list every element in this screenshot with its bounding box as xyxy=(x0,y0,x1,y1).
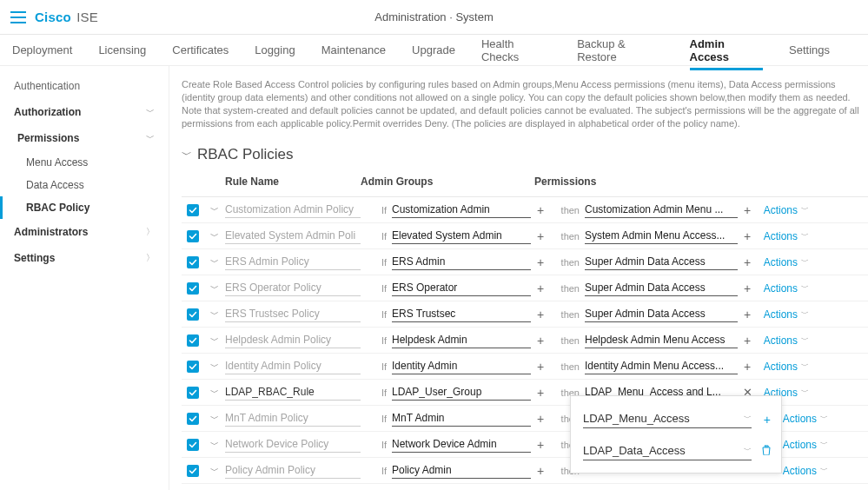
tab-certificates[interactable]: Certificates xyxy=(172,36,229,63)
admin-group-field[interactable]: Helpdesk Admin xyxy=(392,332,531,348)
permissions-field[interactable]: Identity Admin Menu Access... xyxy=(585,358,738,374)
row-checkbox[interactable] xyxy=(187,413,199,425)
expand-row-icon[interactable]: ﹀ xyxy=(204,282,225,295)
popup-select-2[interactable]: LDAP_Data_Access ﹀ xyxy=(583,442,752,460)
row-checkbox[interactable] xyxy=(187,439,199,451)
permissions-field[interactable]: Customization Admin Menu ... xyxy=(585,202,738,218)
actions-menu[interactable]: Actions﹀ xyxy=(757,256,809,268)
add-icon[interactable]: + xyxy=(531,203,550,217)
admin-group-field[interactable]: MnT Admin xyxy=(392,410,531,427)
actions-menu[interactable]: Actions﹀ xyxy=(757,361,809,373)
expand-row-icon[interactable]: ﹀ xyxy=(204,439,225,451)
row-checkbox[interactable] xyxy=(187,256,199,268)
then-label: then xyxy=(550,231,585,242)
row-checkbox[interactable] xyxy=(187,282,199,295)
permissions-field[interactable]: System Admin Menu Access... xyxy=(585,228,738,244)
add-permission-button[interactable]: + xyxy=(752,413,771,427)
expand-row-icon[interactable]: ﹀ xyxy=(204,361,225,373)
expand-row-icon[interactable]: ﹀ xyxy=(204,204,225,216)
table-row: ﹀Elevated System Admin PoliIfElevated Sy… xyxy=(182,223,868,249)
expand-row-icon[interactable]: ﹀ xyxy=(204,465,225,477)
admin-group-field[interactable]: Policy Admin xyxy=(392,462,531,479)
add-icon[interactable]: + xyxy=(531,438,550,452)
row-checkbox[interactable] xyxy=(187,230,199,242)
if-label: If xyxy=(369,309,392,320)
admin-group-field[interactable]: ERS Admin xyxy=(392,254,531,270)
add-icon[interactable]: + xyxy=(531,229,550,243)
actions-menu[interactable]: Actions﹀ xyxy=(776,413,828,425)
permissions-field[interactable]: Super Admin Data Access xyxy=(585,254,738,270)
admin-group-field[interactable]: Elevated System Admin xyxy=(392,228,531,244)
tab-maintenance[interactable]: Maintenance xyxy=(321,36,386,63)
menu-icon[interactable] xyxy=(10,11,26,23)
actions-menu[interactable]: Actions﹀ xyxy=(776,465,828,477)
actions-menu[interactable]: Actions﹀ xyxy=(776,439,828,451)
permissions-field[interactable]: Helpdesk Admin Menu Access xyxy=(585,332,738,348)
sidebar-administrators[interactable]: Administrators 〉 xyxy=(0,219,169,245)
admin-group-field[interactable]: ERS Operator xyxy=(392,280,531,296)
rule-name-field[interactable]: LDAP_RBAC_Rule xyxy=(225,384,361,401)
sidebar-permissions[interactable]: Permissions ﹀ xyxy=(0,125,169,151)
chevron-down-icon: ﹀ xyxy=(820,413,828,424)
actions-menu[interactable]: Actions﹀ xyxy=(757,230,809,242)
tab-settings[interactable]: Settings xyxy=(789,36,830,63)
sidebar-authentication[interactable]: Authentication xyxy=(0,73,169,99)
row-checkbox[interactable] xyxy=(187,465,199,477)
add-icon[interactable]: + xyxy=(531,386,550,400)
admin-group-field[interactable]: LDAP_User_Group xyxy=(392,384,531,401)
add-icon[interactable]: + xyxy=(738,203,757,217)
add-icon[interactable]: + xyxy=(531,412,550,426)
expand-row-icon[interactable]: ﹀ xyxy=(204,308,225,321)
expand-row-icon[interactable]: ﹀ xyxy=(204,230,225,242)
add-icon[interactable]: + xyxy=(531,464,550,478)
add-icon[interactable]: + xyxy=(738,281,757,295)
add-icon[interactable]: + xyxy=(738,334,757,348)
add-icon[interactable]: + xyxy=(531,255,550,269)
if-label: If xyxy=(369,387,392,398)
add-icon[interactable]: + xyxy=(531,308,550,321)
permissions-field[interactable]: Super Admin Data Access xyxy=(585,280,738,296)
expand-row-icon[interactable]: ﹀ xyxy=(204,387,225,399)
add-icon[interactable]: + xyxy=(738,360,757,374)
tab-admin-access[interactable]: Admin Access xyxy=(690,30,764,70)
tab-upgrade[interactable]: Upgrade xyxy=(412,36,455,63)
if-label: If xyxy=(369,335,392,346)
tab-logging[interactable]: Logging xyxy=(255,36,295,63)
add-icon[interactable]: + xyxy=(531,281,550,295)
add-icon[interactable]: + xyxy=(738,308,757,321)
actions-menu[interactable]: Actions﹀ xyxy=(757,334,809,347)
permissions-field[interactable]: Super Admin Data Access xyxy=(585,306,738,322)
row-checkbox[interactable] xyxy=(187,204,199,216)
add-icon[interactable]: + xyxy=(738,229,757,243)
sidebar-settings[interactable]: Settings 〉 xyxy=(0,245,169,271)
add-icon[interactable]: + xyxy=(738,255,757,269)
actions-menu[interactable]: Actions﹀ xyxy=(757,204,809,216)
delete-permission-button[interactable] xyxy=(752,445,771,458)
sidebar-authorization[interactable]: Authorization ﹀ xyxy=(0,99,169,125)
admin-group-field[interactable]: ERS Trustsec xyxy=(392,306,531,322)
section-header[interactable]: ﹀ RBAC Policies xyxy=(182,146,868,163)
tab-licensing[interactable]: Licensing xyxy=(98,36,146,63)
admin-group-field[interactable]: Network Device Admin xyxy=(392,436,531,453)
tab-health-checks[interactable]: Health Checks xyxy=(481,30,551,70)
row-checkbox[interactable] xyxy=(187,308,199,321)
sidebar-menu-access[interactable]: Menu Access xyxy=(0,151,169,174)
popup-select-1[interactable]: LDAP_Menu_Access ﹀ xyxy=(583,410,752,428)
actions-menu[interactable]: Actions﹀ xyxy=(757,308,809,321)
admin-group-field[interactable]: Customization Admin xyxy=(392,202,531,218)
actions-menu[interactable]: Actions﹀ xyxy=(757,282,809,295)
col-admin-groups: Admin Groups xyxy=(361,175,534,188)
row-checkbox[interactable] xyxy=(187,387,199,399)
sidebar-data-access[interactable]: Data Access xyxy=(0,174,169,196)
expand-row-icon[interactable]: ﹀ xyxy=(204,256,225,268)
row-checkbox[interactable] xyxy=(187,361,199,373)
row-checkbox[interactable] xyxy=(187,334,199,347)
expand-row-icon[interactable]: ﹀ xyxy=(204,413,225,425)
tab-backup-restore[interactable]: Backup & Restore xyxy=(577,30,663,70)
sidebar-rbac-policy[interactable]: RBAC Policy xyxy=(0,196,169,219)
tab-deployment[interactable]: Deployment xyxy=(12,36,72,63)
add-icon[interactable]: + xyxy=(531,334,550,348)
add-icon[interactable]: + xyxy=(531,360,550,374)
expand-row-icon[interactable]: ﹀ xyxy=(204,334,225,347)
admin-group-field[interactable]: Identity Admin xyxy=(392,358,531,374)
